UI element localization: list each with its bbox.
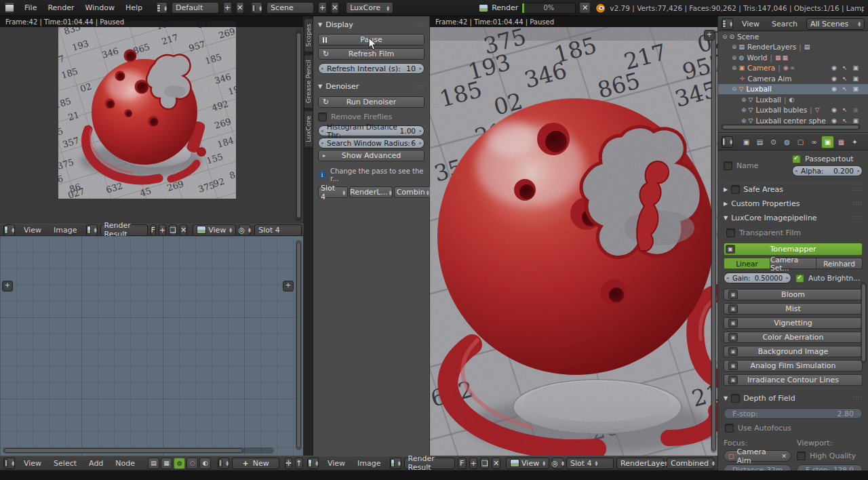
mist-button[interactable]: ▣Mist — [724, 303, 863, 315]
analog-film-simulation-button[interactable]: ▣Analog Film Simulation — [724, 360, 863, 372]
passepartout-checkbox[interactable] — [792, 155, 801, 163]
new-image-button[interactable]: + — [159, 224, 166, 236]
visibility-toggle-icon[interactable]: ◉ — [831, 75, 837, 82]
safe-areas-checkbox[interactable] — [731, 185, 740, 194]
slot-selector[interactable]: Slot 4▲▼ — [566, 458, 614, 469]
open-image-button[interactable]: ❏ — [169, 224, 177, 236]
add-layout-button[interactable]: + — [223, 2, 232, 14]
new-image-button[interactable]: + — [469, 458, 478, 469]
shader-type-object-button[interactable]: ▤ — [148, 458, 159, 469]
image-browse-icon-button[interactable]: ▲▼ — [86, 224, 98, 236]
tonemapper-mode-linear[interactable]: Linear — [724, 258, 770, 269]
image-editor-left-canvas[interactable]: Frame:42 | Time:01:04.44 | Paused — [0, 16, 304, 224]
toolshelf-tab-luxcore[interactable]: LuxCore — [304, 111, 313, 148]
bloom-button[interactable]: ▣Bloom — [724, 289, 863, 300]
properties-tab-scene[interactable]: ⊙ — [767, 136, 780, 148]
outliner-row-renderlayers[interactable]: ⊕▤RenderLayers|▤ — [718, 42, 868, 53]
imgB-menu-image[interactable]: Image — [351, 459, 387, 468]
render-toggle-icon[interactable]: ▣ — [852, 117, 859, 124]
pause-button[interactable]: Pause — [318, 34, 425, 45]
parent-node-tree-button[interactable]: ↑ — [295, 458, 302, 469]
outliner-menu-search[interactable]: Search — [766, 20, 804, 28]
vignetting-button[interactable]: ▣Vignetting — [724, 317, 863, 329]
properties-tab-object[interactable]: ▢ — [794, 136, 807, 148]
dof-checkbox[interactable] — [731, 394, 740, 403]
shader-type-world-button[interactable]: ◍ — [174, 458, 185, 469]
vertical-scrollbar[interactable] — [861, 282, 867, 363]
shader-type-blend-button[interactable]: ◐ — [199, 458, 211, 469]
expand-toggle-icon[interactable]: ⊖ — [722, 33, 728, 40]
panel-grip-icon[interactable]: ∷∷ — [416, 83, 425, 90]
render-toggle-icon[interactable]: ▣ — [852, 85, 859, 92]
remove-fireflies-checkbox[interactable] — [318, 113, 327, 121]
properties-tab-texture[interactable]: ▦ — [835, 136, 848, 148]
pass-selector[interactable]: Combined▲▼ — [667, 458, 714, 469]
editor-type-button[interactable]: ▲▼ — [722, 136, 733, 148]
screen-layout-selector[interactable]: Default — [172, 2, 219, 14]
selectability-toggle-icon[interactable]: ↖ — [842, 75, 848, 82]
toolshelf-tab-scopes[interactable]: Scopes — [304, 18, 313, 52]
properties-tab-render[interactable]: ▣ — [740, 136, 753, 148]
pivot-selector[interactable]: ◎▲▼ — [552, 458, 564, 469]
horizontal-scrollbar[interactable] — [3, 447, 274, 454]
panel-grip-icon[interactable]: ∷∷ — [854, 214, 863, 221]
panel-grip-icon[interactable]: ∷∷ — [854, 186, 863, 193]
expand-toggle-icon[interactable]: ⊕ — [732, 43, 737, 50]
visibility-toggle-icon[interactable]: ◉ — [831, 117, 837, 124]
run-denoiser-button[interactable]: ↻Run Denoiser — [318, 96, 425, 108]
imgA-menu-image[interactable]: Image — [47, 226, 83, 235]
node-tree-icon-button[interactable]: ▲▼ — [218, 458, 229, 469]
denoiser-panel-header[interactable]: ▼Denoiser∷∷ — [318, 81, 425, 92]
vertical-scrollbar[interactable] — [296, 240, 302, 450]
view-mode-selector[interactable]: View▲▼ — [506, 458, 549, 469]
expand-toggle-icon[interactable]: ⊕ — [741, 106, 747, 113]
fake-user-button[interactable]: F — [151, 224, 156, 236]
panel-grip-icon[interactable]: ∷∷ — [854, 200, 863, 207]
display-panel-header[interactable]: ▼Display∷∷ — [318, 19, 425, 31]
visibility-toggle-icon[interactable]: ◉ — [831, 106, 837, 113]
outliner-row-camera-aim[interactable]: ✛Camera Aim◉↖▣ — [718, 73, 868, 84]
safe-areas-panel-header[interactable]: ▶Safe Areas∷∷ — [724, 183, 863, 195]
outliner-menu-view[interactable]: View — [736, 20, 766, 28]
name-checkbox[interactable] — [724, 161, 732, 170]
refresh-film-button[interactable]: ↻Refresh Film — [318, 48, 425, 60]
panel-grip-icon[interactable]: ∷∷ — [854, 395, 863, 401]
gain-slider[interactable]: Gain:0.50000 — [724, 273, 791, 283]
shader-type-texture-button[interactable]: ▦ — [161, 458, 172, 469]
expand-toggle-icon[interactable]: ⊖ — [732, 85, 737, 92]
refresh-interval-slider[interactable]: Refresh Interval (s):10 — [318, 63, 425, 74]
render-engine-selector[interactable]: LuxCore▲▼ — [346, 2, 393, 14]
slot-selector[interactable]: Slot 4 — [254, 224, 302, 236]
expand-toggle-icon[interactable]: ⊕ — [732, 64, 737, 71]
screen-layout-icon-button[interactable]: ▲▼ — [156, 2, 167, 14]
expand-toggle-icon[interactable]: ⊕ — [741, 96, 747, 103]
expand-region-button[interactable]: + — [2, 281, 13, 292]
shader-type-line-style-button[interactable]: ◌ — [186, 458, 198, 469]
renderlayer-selector[interactable]: RenderLayer▲▼ — [616, 458, 664, 469]
tonemapper-header[interactable]: ▣Tonemapper — [724, 243, 863, 256]
search-window-radius-slider[interactable]: Search Window Radius:6 — [318, 138, 425, 148]
unlink-image-button[interactable]: ✕ — [180, 224, 187, 236]
alpha-slider[interactable]: Alpha:0.200 — [792, 165, 863, 176]
close-layout-button[interactable]: ✕ — [236, 2, 245, 14]
topbar-menu-window[interactable]: Window — [80, 3, 120, 12]
viewport-fstop-slider[interactable]: F-stop:128.0 — [797, 464, 863, 471]
editor-type-button[interactable]: ▲▼ — [722, 18, 733, 30]
autofocus-checkbox[interactable] — [725, 424, 734, 433]
slot-dropdown[interactable]: Slot 4▲▼ — [318, 186, 348, 198]
image-name-field[interactable]: Render Result — [404, 458, 455, 469]
expand-region-button[interactable]: + — [704, 30, 715, 41]
node-menu-node[interactable]: Node — [109, 459, 141, 468]
properties-tab-world[interactable]: ◍ — [781, 136, 793, 148]
editor-type-button[interactable]: ▲▼ — [307, 458, 319, 469]
outliner-scope-selector[interactable]: All Scenes▲▼ — [806, 18, 865, 30]
topbar-menu-help[interactable]: Help — [120, 3, 148, 12]
properties-tab-render-layers[interactable]: ▤ — [753, 136, 766, 148]
background-image-button[interactable]: ▣Background Image — [724, 346, 863, 357]
show-advanced-button[interactable]: ▸Show Advanced — [318, 150, 425, 161]
transparent-film-checkbox[interactable] — [726, 228, 735, 237]
scene-selector[interactable]: Scene — [267, 2, 314, 14]
render-toggle-icon[interactable]: ▣ — [852, 75, 859, 82]
scene-icon-button[interactable]: ▲▼ — [251, 2, 262, 14]
render-toggle-icon[interactable]: ▣ — [852, 106, 859, 113]
